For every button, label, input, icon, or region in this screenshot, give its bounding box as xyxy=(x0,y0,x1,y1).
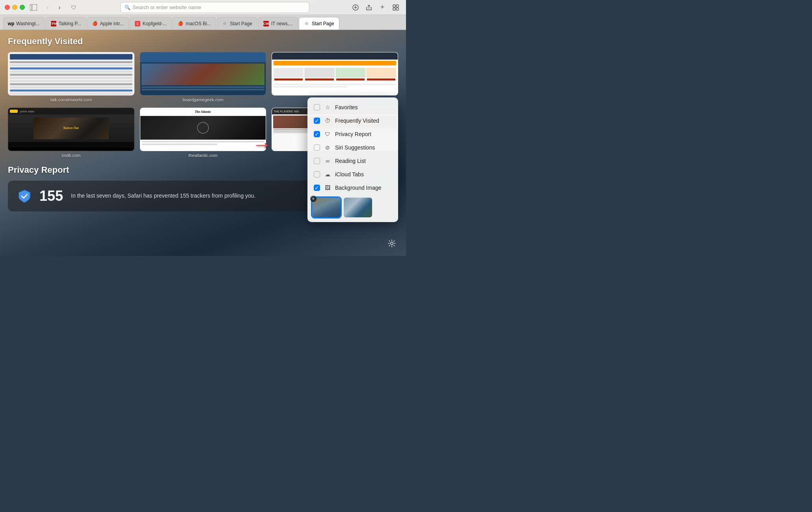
privacy-shield-icon xyxy=(17,189,32,203)
address-bar[interactable]: 🔍 Search or enter website name xyxy=(120,2,309,13)
context-menu: ☆ Favorites ✓ ⏱ Frequently Visited ✓ 🛡 P… xyxy=(307,97,398,222)
privacy-description: In the last seven days, Safari has preve… xyxy=(71,192,255,200)
menu-item-privacy-report[interactable]: ✓ 🛡 Privacy Report xyxy=(307,127,398,141)
tab-start1[interactable]: ☆ Start Page xyxy=(217,17,257,30)
tab-favicon-apple2: 🍎 xyxy=(178,21,183,26)
titlebar-right-buttons: + xyxy=(350,2,401,13)
image-icon: 🖼 xyxy=(324,184,331,191)
tab-cw[interactable]: CW IT news,... xyxy=(258,17,298,30)
bg-image-2 xyxy=(344,198,372,217)
search-placeholder: Search or enter website name xyxy=(133,4,201,10)
forward-button[interactable]: › xyxy=(54,2,65,13)
tab-label-wp: Washingt... xyxy=(16,21,40,26)
menu-item-reading-list[interactable]: ∞ Reading List xyxy=(307,154,398,168)
tab-apple-intro[interactable]: 🍎 Apple intr... xyxy=(87,17,129,30)
bg-picker-row: ✕ xyxy=(307,194,398,219)
checkbox-background-image[interactable]: ✓ xyxy=(314,185,320,191)
tab-kopfgeld[interactable]: S Kopfgeld-... xyxy=(130,17,172,30)
close-button[interactable] xyxy=(5,5,10,10)
tab-favicon-tpm: TPM xyxy=(51,21,56,26)
svg-rect-7 xyxy=(393,8,395,10)
download-button[interactable] xyxy=(350,2,361,13)
sidebar-toggle-button[interactable] xyxy=(28,2,39,13)
traffic-lights xyxy=(5,5,25,10)
site-label-imdb: imdb.com xyxy=(8,153,134,158)
bg-option-1[interactable]: ✕ xyxy=(312,198,341,217)
star-icon: ☆ xyxy=(324,104,331,111)
tab-label-kopfgeld: Kopfgeld-... xyxy=(143,21,167,26)
checkbox-frequently-visited[interactable]: ✓ xyxy=(314,118,320,124)
menu-label-icloud-tabs: iCloud Tabs xyxy=(335,171,364,178)
site-label-consim: talk.consimworld.com xyxy=(8,97,134,102)
shield-icon[interactable]: 🛡 xyxy=(68,2,79,13)
thumbnail-consim xyxy=(8,52,134,95)
close-icon[interactable]: ✕ xyxy=(310,196,317,202)
arrow-indicator: → xyxy=(252,133,272,156)
tab-favicon-cw: CW xyxy=(263,21,269,26)
site-consim[interactable]: talk.consimworld.com xyxy=(8,52,134,102)
menu-item-siri-suggestions[interactable]: ⊘ Siri Suggestions xyxy=(307,141,398,154)
tab-favicon-star1: ☆ xyxy=(222,21,227,26)
menu-label-background-image: Background Image xyxy=(335,185,382,191)
tab-tpm[interactable]: TPM Talking P... xyxy=(46,17,86,30)
tab-favicon-apple1: 🍎 xyxy=(92,21,98,26)
checkbox-favorites[interactable] xyxy=(314,104,320,110)
svg-rect-8 xyxy=(396,8,399,10)
tab-label-tpm: Talking P... xyxy=(59,21,81,26)
share-button[interactable] xyxy=(363,2,374,13)
titlebar: ‹ › 🛡 🔍 Search or enter website name + xyxy=(0,0,406,15)
siri-icon: ⊘ xyxy=(324,144,331,151)
shield-menu-icon: 🛡 xyxy=(324,131,331,138)
tab-favicon-star2: ☆ xyxy=(304,21,309,26)
minimize-button[interactable] xyxy=(12,5,17,10)
thumbnail-atlantic: The Atlantic xyxy=(140,108,266,151)
address-bar-container: 🔍 Search or enter website name xyxy=(82,2,347,13)
settings-button[interactable] xyxy=(386,237,398,250)
tracker-count: 155 xyxy=(39,188,63,204)
thumbnail-bgg xyxy=(140,52,266,95)
checkbox-icloud-tabs[interactable] xyxy=(314,171,320,178)
bg-thumbnail-1 xyxy=(312,198,341,217)
cloud-icon: ☁ xyxy=(324,171,331,178)
tab-overview-button[interactable] xyxy=(390,2,401,13)
new-tab-button[interactable]: + xyxy=(377,2,388,13)
site-amazon[interactable]: amazon.com xyxy=(272,52,398,102)
search-icon: 🔍 xyxy=(125,5,130,10)
frequently-visited-title: Frequently Visited xyxy=(8,36,398,47)
menu-label-privacy-report: Privacy Report xyxy=(335,131,371,137)
tabs-bar: wp Washingt... TPM Talking P... 🍎 Apple … xyxy=(0,15,406,30)
menu-item-favorites[interactable]: ☆ Favorites xyxy=(307,101,398,114)
svg-rect-5 xyxy=(393,5,395,7)
t-header xyxy=(10,54,132,60)
back-button[interactable]: ‹ xyxy=(42,2,53,13)
menu-item-background-image[interactable]: ✓ 🖼 Background Image xyxy=(307,181,398,194)
site-atlantic[interactable]: The Atlantic theatlantic.com xyxy=(140,108,266,158)
thumbnail-imdb: prime video Knives Out xyxy=(8,108,134,151)
menu-label-siri-suggestions: Siri Suggestions xyxy=(335,144,375,151)
tab-start2[interactable]: ☆ Start Page xyxy=(299,17,339,30)
maximize-button[interactable] xyxy=(20,5,25,10)
tab-wp[interactable]: wp Washingt... xyxy=(3,17,45,30)
menu-label-frequently-visited: Frequently Visited xyxy=(335,118,379,124)
reading-list-icon: ∞ xyxy=(324,157,331,164)
svg-rect-6 xyxy=(396,5,399,7)
tab-favicon-slide: S xyxy=(135,21,140,26)
tab-label-cw: IT news,... xyxy=(271,21,293,26)
site-bgg[interactable]: boardgamegeek.com xyxy=(140,52,266,102)
clock-icon: ⏱ xyxy=(324,117,331,124)
checkbox-reading-list[interactable] xyxy=(314,158,320,164)
tab-macos[interactable]: 🍎 macOS Bi... xyxy=(173,17,216,30)
svg-rect-0 xyxy=(30,4,37,11)
checkbox-siri-suggestions[interactable] xyxy=(314,144,320,151)
menu-item-icloud-tabs[interactable]: ☁ iCloud Tabs xyxy=(307,168,398,181)
thumbnail-amazon xyxy=(272,52,398,95)
checkbox-privacy-report[interactable]: ✓ xyxy=(314,131,320,137)
tab-favicon-wp: wp xyxy=(8,21,14,26)
menu-item-frequently-visited[interactable]: ✓ ⏱ Frequently Visited xyxy=(307,114,398,127)
site-label-atlantic: theatlantic.com xyxy=(140,153,266,158)
site-imdb[interactable]: prime video Knives Out imdb.com xyxy=(8,108,134,158)
nav-buttons: ‹ › xyxy=(42,2,65,13)
bg-option-2[interactable] xyxy=(344,198,372,217)
tab-label-macos: macOS Bi... xyxy=(186,21,211,26)
menu-label-favorites: Favorites xyxy=(335,104,358,110)
